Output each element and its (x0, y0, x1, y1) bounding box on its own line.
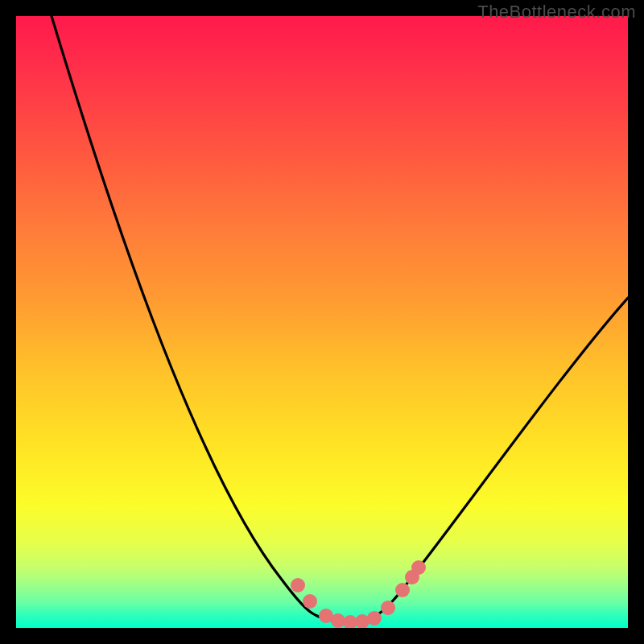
curve-path (47, 16, 628, 621)
marker-point (291, 578, 305, 592)
marker-point (395, 583, 410, 597)
marker-point (355, 614, 369, 628)
marker-point (367, 611, 382, 625)
marker-point (411, 560, 426, 575)
marker-point (381, 601, 395, 615)
marker-point (303, 594, 317, 609)
bottleneck-curve (16, 16, 628, 628)
marker-group (291, 560, 426, 628)
chart-canvas (16, 16, 628, 628)
